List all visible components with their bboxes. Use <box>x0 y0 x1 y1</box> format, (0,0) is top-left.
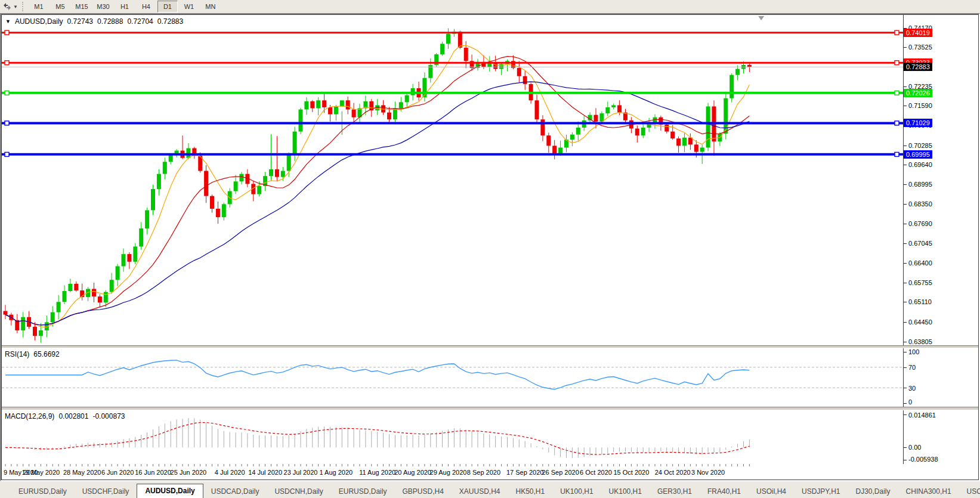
hline-handle <box>5 61 9 65</box>
date-label: 14 Jul 2020 <box>248 469 282 476</box>
price-tick <box>904 263 907 264</box>
price-tick <box>904 47 907 48</box>
timeframe-button-m5[interactable]: M5 <box>50 1 70 13</box>
date-label: 6 Oct 2020 <box>580 469 612 476</box>
mt4-terminal: ▼ M1M5M15M30H1H4D1W1MN ▼ AUDUSD,Daily 0.… <box>0 0 980 498</box>
candlestick-plot[interactable] <box>2 15 904 345</box>
macd-tick <box>904 460 907 460</box>
macd-signal-value: -0.000873 <box>92 412 125 420</box>
main-chart-pane[interactable]: ▼ AUDUSD,Daily 0.72743 0.72888 0.72704 0… <box>2 15 904 345</box>
hline-price-tag: 0.71029 <box>904 119 932 127</box>
price-tick-label: 0.65755 <box>908 279 932 286</box>
chart-tab-eurusd-daily[interactable]: EURUSD,Daily <box>331 485 395 498</box>
date-label: 8 Sep 2020 <box>467 469 500 476</box>
price-tick <box>904 283 907 283</box>
date-axis[interactable]: 9 May 202019 May 202028 May 20206 Jun 20… <box>2 464 978 480</box>
date-label: 23 Jul 2020 <box>284 469 318 476</box>
price-tick <box>904 224 907 224</box>
chart-tab-fra40-h1[interactable]: FRA40,H1 <box>700 485 749 498</box>
timeframe-button-mn[interactable]: MN <box>200 1 221 13</box>
rsi-tick-label: 0 <box>908 398 912 406</box>
chart-tab-uk100-h1[interactable]: UK100,H1 <box>552 485 601 498</box>
ma-line-6 <box>5 45 749 327</box>
chart-tab-xauusd-h4[interactable]: XAUUSD,H4 <box>452 485 508 498</box>
ohlc-high: 0.72888 <box>97 17 123 26</box>
price-tick-label: 0.67690 <box>908 220 932 227</box>
price-tick <box>904 184 907 185</box>
rsi-tick <box>904 352 907 352</box>
chart-tab-usdcad-daily[interactable]: USDCAD,Daily <box>203 485 267 498</box>
hline-handle <box>5 121 9 125</box>
macd-plot[interactable] <box>2 410 904 464</box>
chart-window: ▼ AUDUSD,Daily 0.72743 0.72888 0.72704 0… <box>0 13 980 481</box>
rsi-axis: 10070300 <box>904 348 978 407</box>
date-label: 15 Oct 2020 <box>613 469 649 476</box>
timeframe-button-h1[interactable]: H1 <box>115 1 135 13</box>
ohlc-open: 0.72743 <box>67 17 93 26</box>
date-label: 28 May 2020 <box>63 469 101 476</box>
macd-pane[interactable]: MACD(12,26,9) 0.002801 -0.000873 <box>2 410 904 464</box>
date-label: 11 Aug 2020 <box>359 469 395 476</box>
chart-shift-marker <box>758 16 764 20</box>
timeframe-button-m30[interactable]: M30 <box>93 1 113 13</box>
ohlc-close: 0.72883 <box>157 17 183 26</box>
price-tick-label: 0.63805 <box>908 338 932 345</box>
macd-label: MACD(12,26,9) 0.002801 -0.000873 <box>5 412 125 420</box>
hline-price-tag: 0.74019 <box>904 29 932 37</box>
price-tick <box>904 204 907 205</box>
rsi-pane[interactable]: RSI(14) 65.6692 <box>2 348 904 407</box>
symbol-dropdown-icon[interactable]: ▼ <box>5 18 11 24</box>
price-tick-label: 0.68350 <box>908 200 932 208</box>
chart-tab-usdchf-daily[interactable]: USDCHF,Daily <box>75 485 137 498</box>
hline-price-tag: 0.69995 <box>904 150 932 159</box>
chart-tab-china300-h1[interactable]: CHINA300,H1 <box>898 485 959 498</box>
chart-type-icon[interactable] <box>2 2 13 11</box>
price-tick-label: 0.69640 <box>908 161 932 168</box>
price-tick <box>904 106 907 106</box>
rsi-tick-label: 70 <box>908 364 916 371</box>
chart-type-dropdown-icon[interactable]: ▼ <box>13 4 18 10</box>
date-label: 1 Aug 2020 <box>320 469 353 476</box>
timeframe-toolbar: ▼ M1M5M15M30H1H4D1W1MN <box>0 0 980 14</box>
price-tick-label: 0.65110 <box>908 298 932 305</box>
macd-tick <box>904 415 907 415</box>
chart-tab-usdcnh-daily[interactable]: USDCNH,Daily <box>267 485 330 498</box>
chart-tab-gbpusd-h4[interactable]: GBPUSD,H4 <box>394 485 451 498</box>
chart-tab-uk100-h1[interactable]: UK100,H1 <box>601 485 650 498</box>
chart-tab-ger30-h1[interactable]: GER30,H1 <box>650 485 700 498</box>
timeframe-button-d1[interactable]: D1 <box>157 1 178 13</box>
rsi-plot[interactable] <box>2 348 904 407</box>
chart-tab-usoil-h4[interactable]: USOil,H4 <box>749 485 794 498</box>
rsi-tick-label: 30 <box>908 385 916 392</box>
macd-axis: 0.0148610.00-0.005938 <box>904 410 978 464</box>
price-tick-label: 0.70285 <box>908 142 932 149</box>
price-tick-label: 0.73525 <box>908 44 932 51</box>
price-tick <box>904 322 907 323</box>
timeframe-button-w1[interactable]: W1 <box>179 1 199 13</box>
price-tick <box>904 243 907 244</box>
price-tick <box>904 342 907 342</box>
chart-tab-eurusd-daily[interactable]: EURUSD,Daily <box>11 485 75 498</box>
ohlc-low: 0.72704 <box>127 17 153 26</box>
timeframe-button-m1[interactable]: M1 <box>29 1 49 13</box>
macd-tick <box>904 447 907 448</box>
price-tick-label: 0.64450 <box>908 318 932 326</box>
price-tick-label: 0.66400 <box>908 259 932 267</box>
macd-title: MACD(12,26,9) <box>5 412 54 420</box>
ohlc-header: ▼ AUDUSD,Daily 0.72743 0.72888 0.72704 0… <box>5 17 183 26</box>
toolbar-grip <box>22 2 26 11</box>
date-label: 17 Sep 2020 <box>506 469 543 476</box>
current-price-tag: 0.72883 <box>904 63 932 71</box>
date-label: 6 Jun 2020 <box>101 469 134 476</box>
chart-tab-dj30-daily[interactable]: DJ30,Daily <box>848 485 898 498</box>
chart-tab-audusd-daily[interactable]: AUDUSD,Daily <box>137 484 203 498</box>
chart-tab-hk50-h1[interactable]: HK50,H1 <box>508 485 553 498</box>
hline-handle <box>895 91 899 95</box>
chart-tab-usoil-h1[interactable]: USOil,H1 <box>959 485 980 498</box>
timeframe-button-h4[interactable]: H4 <box>136 1 156 13</box>
price-axis[interactable]: 0.741700.735250.728800.722350.715900.709… <box>904 15 978 345</box>
price-tick <box>904 146 907 146</box>
timeframe-button-m15[interactable]: M15 <box>72 1 92 13</box>
chart-tab-usdjpy-h1[interactable]: USDJPY,H1 <box>794 485 848 498</box>
hline-handle <box>895 152 899 156</box>
